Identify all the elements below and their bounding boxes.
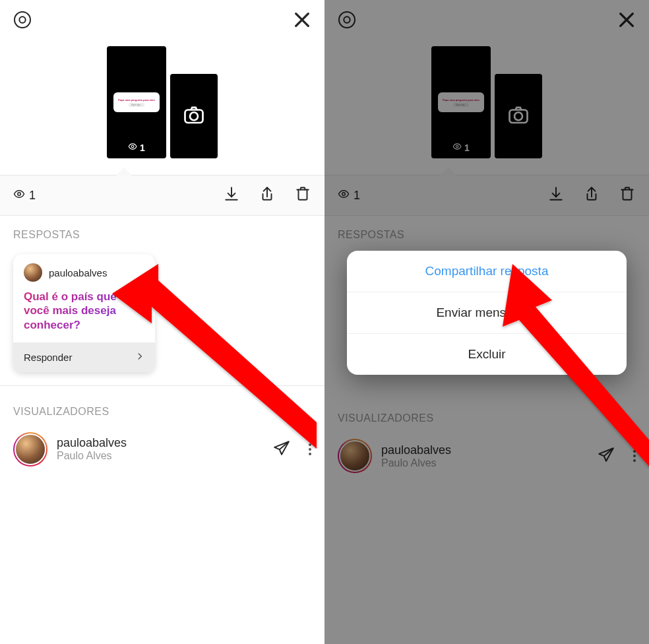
story-preview-area: Faça uma pergunta para mim Digite algo..… xyxy=(324,0,649,175)
thumbnail-viewcount: 1 xyxy=(452,142,470,153)
viewer-count[interactable]: 1 xyxy=(13,188,36,203)
story-actionbar: 1 xyxy=(324,175,649,216)
svg-point-0 xyxy=(15,12,30,28)
question-sticker-thumb: Faça uma pergunta para mim Digite algo..… xyxy=(113,92,160,112)
close-icon[interactable] xyxy=(616,9,637,33)
svg-marker-25 xyxy=(503,264,649,468)
svg-point-7 xyxy=(18,192,21,195)
respond-label: Responder xyxy=(24,352,72,363)
story-thumbnail-current[interactable]: Faça uma pergunta para mim Digite algo..… xyxy=(431,46,491,158)
eye-icon xyxy=(128,142,137,153)
story-thumbnail-next[interactable] xyxy=(170,74,218,158)
story-thumbnail-next[interactable] xyxy=(495,74,542,158)
story-actionbar: 1 xyxy=(0,175,324,216)
download-icon[interactable] xyxy=(547,185,565,205)
viewer-fullname: Paulo Alves xyxy=(57,450,273,462)
share-icon[interactable] xyxy=(583,185,600,205)
svg-point-1 xyxy=(19,16,25,22)
svg-point-17 xyxy=(456,145,458,148)
svg-marker-12 xyxy=(112,264,317,449)
svg-point-4 xyxy=(131,145,134,148)
close-icon[interactable] xyxy=(292,9,313,33)
story-preview-area: Faça uma pergunta para mim Digite algo..… xyxy=(0,0,324,175)
responses-header: RESPOSTAS xyxy=(0,216,324,247)
svg-point-14 xyxy=(344,16,350,22)
responses-header: RESPOSTAS xyxy=(324,216,649,247)
screen-right: Faça uma pergunta para mim Digite algo..… xyxy=(324,0,649,644)
avatar xyxy=(24,263,42,282)
share-icon[interactable] xyxy=(259,185,276,205)
download-icon[interactable] xyxy=(223,185,240,205)
thumbnail-viewcount-number: 1 xyxy=(464,143,470,153)
settings-icon[interactable] xyxy=(336,9,357,33)
settings-icon[interactable] xyxy=(12,9,33,33)
svg-point-6 xyxy=(190,112,198,120)
camera-icon xyxy=(507,103,530,129)
viewer-count-number: 1 xyxy=(29,189,36,203)
response-username: pauloabalves xyxy=(49,267,107,278)
viewer-count[interactable]: 1 xyxy=(338,188,360,203)
svg-point-20 xyxy=(342,192,346,195)
eye-icon xyxy=(338,188,350,203)
trash-icon[interactable] xyxy=(294,185,311,205)
eye-icon xyxy=(13,188,25,203)
svg-point-13 xyxy=(339,12,355,28)
instruction-arrow xyxy=(112,257,323,449)
camera-icon xyxy=(182,103,206,129)
viewer-count-number: 1 xyxy=(354,189,360,203)
story-thumbnail-current[interactable]: Faça uma pergunta para mim Digite algo..… xyxy=(107,46,166,158)
eye-icon xyxy=(452,142,462,153)
avatar[interactable] xyxy=(13,432,47,467)
thumbnail-viewcount: 1 xyxy=(128,142,145,153)
trash-icon[interactable] xyxy=(619,185,636,205)
svg-point-19 xyxy=(514,112,522,120)
question-sticker-thumb: Faça uma pergunta para mim Digite algo..… xyxy=(438,92,484,112)
avatar[interactable] xyxy=(338,439,372,473)
screen-left: Faça uma pergunta para mim Digite algo..… xyxy=(0,0,324,644)
thumbnail-viewcount-number: 1 xyxy=(140,143,145,153)
instruction-arrow xyxy=(486,264,649,468)
